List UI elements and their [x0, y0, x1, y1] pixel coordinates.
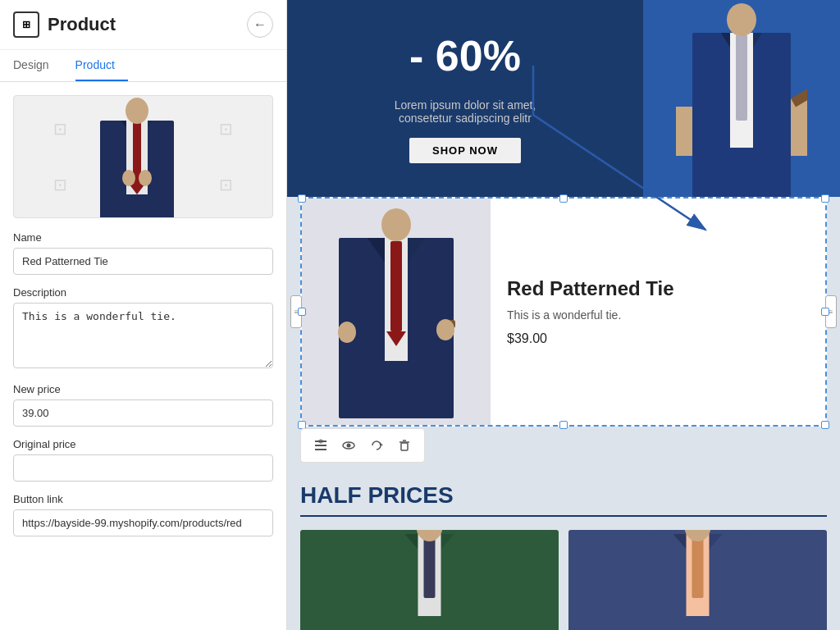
- product-image-area: [302, 199, 491, 425]
- svg-point-27: [338, 322, 356, 343]
- original-price-label: Original price: [13, 438, 273, 450]
- half-price-card-1: [300, 530, 559, 630]
- svg-rect-49: [692, 536, 704, 598]
- svg-rect-30: [315, 445, 326, 446]
- new-price-label: New price: [13, 383, 273, 395]
- back-button[interactable]: ←: [247, 11, 273, 38]
- svg-point-14: [727, 3, 756, 36]
- resize-handle-s[interactable]: [559, 421, 568, 429]
- svg-rect-16: [791, 98, 807, 156]
- svg-point-8: [139, 170, 152, 186]
- visibility-button[interactable]: [336, 432, 362, 459]
- hero-right: [643, 0, 840, 197]
- product-card-suit-svg: [314, 205, 478, 418]
- description-field-group: Description This is a wonderful tie.: [13, 286, 273, 372]
- resize-handle-nw[interactable]: [298, 194, 306, 203]
- redo-button[interactable]: [363, 432, 390, 459]
- tabs-bar: Design Product: [0, 50, 286, 82]
- button-link-input[interactable]: [13, 509, 273, 536]
- card-toolbar: [300, 428, 425, 463]
- layers-button[interactable]: [308, 432, 334, 459]
- product-card-wrapper: Red Patterned Tie This is a wonderful ti…: [300, 197, 827, 427]
- name-label: Name: [13, 231, 273, 244]
- panel-body: ⊡ ✉ ⊡ ⊡ ✉ ⊡: [0, 82, 286, 630]
- delete-button[interactable]: [391, 432, 418, 459]
- delete-icon: [397, 438, 412, 453]
- half-prices-section: HALF PRICES: [287, 466, 840, 630]
- svg-point-7: [122, 170, 135, 186]
- button-link-field-group: Button link: [13, 493, 273, 536]
- hero-discount: - 60%: [409, 34, 521, 77]
- product-card-section: Red Patterned Tie This is a wonderful ti…: [300, 197, 827, 427]
- canvas-panel: - 60% Lorem ipsum dolor sit amet, conset…: [287, 0, 840, 630]
- resize-handle-e[interactable]: [821, 308, 829, 316]
- svg-marker-32: [317, 439, 325, 444]
- product-price: $39.00: [507, 331, 809, 346]
- svg-point-6: [126, 98, 148, 124]
- suit-preview: [84, 96, 190, 218]
- original-price-field-group: Original price: [13, 438, 273, 482]
- description-textarea[interactable]: This is a wonderful tie.: [13, 303, 273, 368]
- redo-icon: [369, 438, 384, 453]
- suit-svg: [84, 96, 190, 218]
- eye-icon: [341, 438, 356, 453]
- tab-design[interactable]: Design: [13, 50, 62, 81]
- new-price-field-group: New price: [13, 383, 273, 427]
- product-description-text: This is a wonderful tie.: [507, 308, 809, 322]
- placeholder-icon-3: ⊡: [186, 103, 266, 155]
- resize-handle-w[interactable]: [298, 308, 306, 316]
- half-prices-grid: [300, 530, 827, 630]
- svg-point-34: [347, 444, 351, 448]
- hero-description: Lorem ipsum dolor sit amet, consetetur s…: [395, 85, 536, 125]
- product-icon: ⊞: [22, 19, 30, 30]
- resize-handle-n[interactable]: [559, 194, 568, 203]
- svg-rect-13: [736, 34, 747, 121]
- svg-rect-31: [315, 449, 326, 450]
- left-panel: ⊞ Product ← Design Product ⊡ ✉ ⊡ ⊡ ✉ ⊡: [0, 0, 287, 630]
- half-prices-title: HALF PRICES: [300, 482, 827, 517]
- shop-now-button[interactable]: SHOP NOW: [409, 138, 521, 163]
- resize-handle-ne[interactable]: [821, 194, 829, 203]
- svg-rect-23: [390, 241, 402, 331]
- new-price-input[interactable]: [13, 399, 273, 427]
- product-info: Red Patterned Tie This is a wonderful ti…: [491, 199, 825, 425]
- panel-header-left: ⊞ Product: [13, 11, 116, 38]
- name-field-group: Name: [13, 231, 273, 275]
- panel-header: ⊞ Product ←: [0, 0, 286, 50]
- product-image-preview: ⊡ ✉ ⊡ ⊡ ✉ ⊡: [13, 95, 273, 218]
- panel-icon: ⊞: [13, 11, 39, 38]
- half-price-card-2: [568, 530, 827, 630]
- description-label: Description: [13, 286, 273, 299]
- layers-icon: [313, 438, 328, 453]
- hero-suit-svg: [676, 0, 807, 197]
- back-icon: ←: [253, 17, 267, 32]
- teal-suit-svg: [300, 530, 559, 630]
- hero-left: - 60% Lorem ipsum dolor sit amet, conset…: [287, 0, 643, 197]
- original-price-input[interactable]: [13, 454, 273, 482]
- svg-rect-43: [424, 536, 436, 598]
- resize-handle-se[interactable]: [821, 421, 829, 429]
- tab-product[interactable]: Product: [75, 50, 128, 81]
- panel-title: Product: [48, 14, 116, 35]
- svg-point-28: [436, 319, 454, 340]
- hero-banner: - 60% Lorem ipsum dolor sit amet, conset…: [287, 0, 840, 197]
- svg-rect-15: [676, 107, 692, 156]
- placeholder-icon-6: ⊡: [186, 158, 266, 211]
- blue-suit-svg: [568, 530, 827, 630]
- svg-rect-36: [401, 443, 408, 450]
- button-link-label: Button link: [13, 493, 273, 505]
- product-name: Red Patterned Tie: [507, 277, 809, 300]
- svg-point-25: [381, 208, 411, 241]
- name-input[interactable]: [13, 248, 273, 275]
